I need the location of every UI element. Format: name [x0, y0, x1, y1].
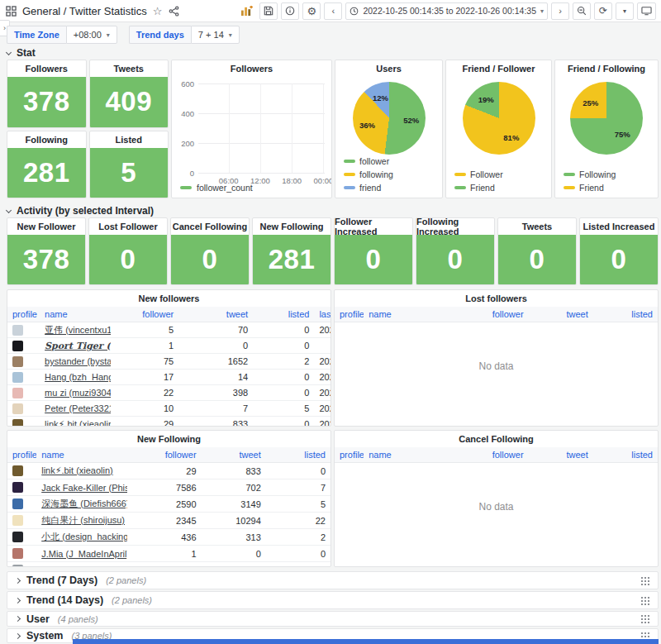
legend-item[interactable]: Follower [454, 169, 503, 179]
time-range-picker[interactable]: 2022-10-25 00:14:35 to 2022-10-26 00:14:… [345, 2, 548, 20]
table-title[interactable]: Lost followers [335, 290, 658, 307]
activity-stat-title[interactable]: Cancel Following [171, 218, 249, 235]
activity-stat-value-area: 0 [335, 235, 412, 284]
row-header-user[interactable]: User(4 panels) [7, 611, 659, 627]
legend-item[interactable]: Friend [564, 183, 604, 193]
profile-link[interactable]: Hang (bzh_Hang) [45, 372, 111, 382]
legend-item[interactable]: following [344, 169, 393, 179]
column-header-listed[interactable]: listed [593, 447, 658, 463]
share-icon[interactable] [168, 5, 179, 17]
refresh-interval-dropdown[interactable]: ▾ [616, 2, 634, 20]
panel-title[interactable]: Friend / Follower [446, 60, 551, 77]
profile-link[interactable]: J.Mia (J_MadeInApril) [41, 549, 126, 559]
stat-title[interactable]: Listed [90, 131, 169, 148]
dashboard-grid-icon[interactable] [5, 5, 17, 17]
activity-stat-title[interactable]: Lost Follower [89, 218, 167, 235]
activity-stat-value-area: 378 [7, 235, 85, 284]
pie-circle[interactable]: 52%36%12% [353, 82, 426, 155]
drag-handle-icon[interactable] [640, 576, 649, 585]
timezone-select[interactable]: +08:00 ▾ [66, 26, 117, 44]
legend-item[interactable]: Friend [454, 183, 495, 193]
save-dashboard-icon[interactable] [259, 2, 278, 20]
column-header-last[interactable]: last [314, 307, 330, 322]
cell-name: Peter (Peter332167.. [40, 401, 111, 417]
add-panel-icon[interactable] [237, 2, 256, 20]
page-title[interactable]: General / Twitter Statistics [22, 5, 147, 17]
pie-circle[interactable]: 81%19% [463, 82, 535, 155]
panel-title[interactable]: Users [335, 60, 442, 77]
profile-link[interactable]: Ebco (Ebco1996) [41, 565, 112, 568]
column-header-name[interactable]: name [36, 447, 126, 463]
column-header-follower[interactable]: follower [454, 307, 529, 322]
time-range-back-button[interactable]: ‹ [324, 2, 342, 20]
row-header-activity[interactable]: Activity (by selected Interval) [7, 205, 154, 217]
profile-link[interactable]: 纯白果汁 (shiroijusu) [41, 515, 125, 525]
column-header-name[interactable]: name [40, 307, 111, 322]
column-header-profile[interactable]: profile [7, 447, 36, 463]
stat-title[interactable]: Following [7, 131, 86, 148]
legend-item[interactable]: friend [344, 183, 381, 193]
row-header-trend-14-days-[interactable]: Trend (14 Days)(2 panels) [7, 591, 659, 609]
zoom-out-icon[interactable] [573, 2, 591, 20]
column-header-profile[interactable]: profile [335, 447, 364, 463]
profile-link[interactable]: 小北 (design_hacking) [41, 532, 126, 541]
cell-follower: 5 [111, 322, 178, 338]
dashboard-settings-icon[interactable]: ⚙ [302, 2, 321, 20]
time-series-plot[interactable]: 600400200006:0012:0018:0000:00 [198, 83, 325, 173]
table-title[interactable]: Cancel Following [335, 431, 658, 447]
pie-circle[interactable]: 75%25% [570, 82, 643, 155]
activity-stat-title[interactable]: Tweets [498, 218, 576, 235]
profile-link[interactable]: link⚡.bit (xieaolin) [45, 419, 111, 427]
column-header-profile[interactable]: profile [7, 307, 40, 322]
column-header-tweet[interactable]: tweet [529, 307, 593, 322]
trend-days-select[interactable]: 7 + 14 ▾ [191, 26, 240, 44]
profile-link[interactable]: Peter (Peter332167.. [45, 403, 111, 413]
chevron-down-icon: ▾ [540, 7, 544, 15]
row-header-stat[interactable]: Stat [7, 47, 36, 59]
column-header-tweet[interactable]: tweet [529, 447, 593, 463]
refresh-icon[interactable]: ⟳ [594, 2, 612, 20]
stat-title[interactable]: Tweets [90, 60, 169, 77]
activity-stat-title[interactable]: Follower Increased [335, 218, 412, 235]
dashboard-insights-icon[interactable] [281, 2, 299, 20]
profile-link[interactable]: Jack Fake-Killer (Phish... [41, 483, 126, 493]
activity-stat-title[interactable]: Listed Increased [580, 218, 658, 235]
drag-handle-icon[interactable] [640, 596, 649, 605]
column-header-listed[interactable]: listed [593, 307, 658, 322]
activity-stat-title[interactable]: New Following [253, 218, 330, 235]
column-header-follower[interactable]: follower [111, 307, 178, 322]
tv-view-icon[interactable] [637, 2, 656, 20]
table-title[interactable]: New Following [7, 431, 330, 447]
table-row: 深海墨鱼 (Diefish666)259031495 [7, 496, 330, 513]
time-range-forward-button[interactable]: › [551, 2, 569, 20]
table-title[interactable]: New followers [7, 290, 330, 307]
cell-tweet: 3149 [202, 496, 266, 513]
legend-item[interactable]: follower [344, 156, 389, 166]
legend-item[interactable]: Following [564, 169, 616, 179]
panel-title[interactable]: Friend / Following [555, 60, 658, 77]
drag-handle-icon[interactable] [640, 614, 649, 623]
profile-link[interactable]: bystander (bystand.. [45, 356, 111, 366]
panel-title[interactable]: Followers [172, 60, 331, 77]
row-header-trend-7-days-[interactable]: Trend (7 Days)(2 panels) [7, 571, 659, 589]
activity-stat-title[interactable]: Following Increased [416, 218, 494, 235]
column-header-profile[interactable]: profile [335, 307, 364, 322]
profile-link[interactable]: 深海墨鱼 (Diefish666) [41, 499, 126, 508]
activity-stat-title[interactable]: New Follower [7, 218, 85, 235]
column-header-name[interactable]: name [364, 307, 454, 322]
column-header-tweet[interactable]: tweet [178, 307, 253, 322]
profile-link[interactable]: 亚伟 (vincentxu1318) [45, 325, 111, 335]
column-header-listed[interactable]: listed [253, 307, 314, 322]
column-header-follower[interactable]: follower [454, 447, 529, 463]
cell-follower: 1 [111, 338, 178, 354]
stat-title[interactable]: Followers [7, 60, 86, 77]
profile-link[interactable]: mu zi (muzi930409.. [45, 388, 111, 398]
profile-link[interactable]: Sport Tiger (.. [45, 341, 111, 351]
chart-legend[interactable]: follower_count [180, 183, 253, 193]
column-header-name[interactable]: name [364, 447, 454, 463]
profile-link[interactable]: link⚡.bit (xieaolin) [41, 465, 113, 475]
column-header-listed[interactable]: listed [266, 447, 330, 463]
star-icon[interactable]: ☆ [153, 5, 163, 17]
column-header-tweet[interactable]: tweet [202, 447, 266, 463]
column-header-follower[interactable]: follower [127, 447, 202, 463]
